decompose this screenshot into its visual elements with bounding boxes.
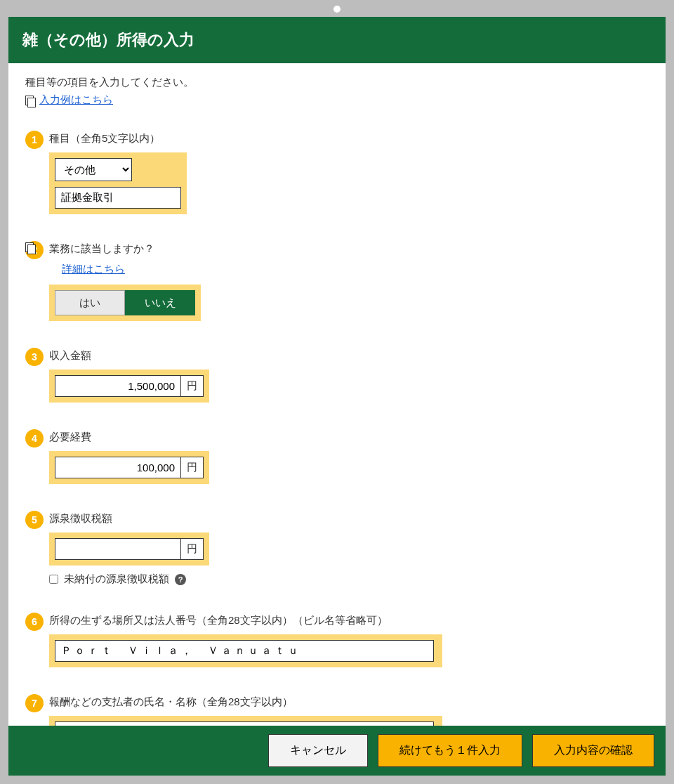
- field-location-highlight: [49, 634, 442, 667]
- field-withholding: 5 源泉徴収税額 円 未納付の源泉徴収税額 ?: [25, 512, 649, 586]
- toggle-yes[interactable]: はい: [55, 290, 125, 315]
- unpaid-withholding-row: 未納付の源泉徴収税額 ?: [49, 573, 649, 586]
- withholding-unit: 円: [181, 538, 204, 560]
- confirm-button[interactable]: 入力内容の確認: [532, 734, 654, 767]
- field-business: 2 業務に該当しますか？ 詳細はこちら はい いいえ: [25, 242, 649, 321]
- example-link[interactable]: 入力例はこちら: [39, 93, 113, 107]
- expense-unit: 円: [181, 457, 204, 478]
- field-withholding-label: 源泉徴収税額: [49, 512, 649, 525]
- field-income-label: 収入金額: [49, 349, 649, 362]
- step-badge-3: 3: [25, 348, 44, 366]
- income-unit: 円: [181, 375, 204, 397]
- field-location-label: 所得の生ずる場所又は法人番号（全角28文字以内）（ビル名等省略可）: [49, 614, 649, 627]
- field-expense: 4 必要経費 円: [25, 431, 649, 484]
- dialog-footer: キャンセル 続けてもう１件入力 入力内容の確認: [8, 726, 666, 776]
- dialog-content: 種目等の項目を入力してください。 入力例はこちら 1 種目（全角5文字以内） そ…: [8, 63, 666, 726]
- pages-icon: [25, 96, 35, 105]
- browser-tab-dot: [333, 6, 341, 13]
- step-badge-7: 7: [25, 694, 44, 712]
- income-input[interactable]: [55, 375, 181, 397]
- payer-input[interactable]: [55, 721, 434, 726]
- field-withholding-highlight: 円: [49, 533, 209, 566]
- help-icon[interactable]: ?: [175, 574, 186, 585]
- withholding-input[interactable]: [55, 538, 181, 560]
- field-expense-label: 必要経費: [49, 431, 649, 444]
- step-badge-5: 5: [25, 511, 44, 529]
- dialog-window: 雑（その他）所得の入力 種目等の項目を入力してください。 入力例はこちら 1 種…: [8, 17, 666, 776]
- example-link-row: 入力例はこちら: [25, 93, 649, 107]
- field-payer-highlight: [49, 716, 442, 726]
- expense-input[interactable]: [55, 457, 181, 478]
- business-toggle: はい いいえ: [55, 290, 195, 315]
- field-income-highlight: 円: [49, 370, 209, 403]
- field-type-highlight: その他: [49, 152, 187, 214]
- toggle-no[interactable]: いいえ: [125, 290, 195, 315]
- dialog-title: 雑（その他）所得の入力: [22, 31, 194, 48]
- location-input[interactable]: [55, 640, 434, 662]
- step-badge-1: 1: [25, 131, 44, 149]
- unpaid-withholding-label: 未納付の源泉徴収税額: [64, 573, 169, 586]
- type-text-input[interactable]: [55, 187, 181, 209]
- field-payer: 7 報酬などの支払者の氏名・名称（全角28文字以内）: [25, 695, 649, 726]
- field-expense-highlight: 円: [49, 451, 209, 484]
- field-business-highlight: はい いいえ: [49, 285, 201, 321]
- field-income: 3 収入金額 円: [25, 349, 649, 403]
- field-payer-label: 報酬などの支払者の氏名・名称（全角28文字以内）: [49, 695, 649, 709]
- cancel-button[interactable]: キャンセル: [268, 734, 368, 767]
- field-type: 1 種目（全角5文字以内） その他: [25, 132, 649, 214]
- add-more-button[interactable]: 続けてもう１件入力: [378, 734, 522, 767]
- step-badge-6: 6: [25, 613, 44, 631]
- dialog-header: 雑（その他）所得の入力: [8, 17, 666, 63]
- step-badge-4: 4: [25, 429, 44, 447]
- unpaid-withholding-checkbox[interactable]: [49, 575, 58, 584]
- field-type-label: 種目（全角5文字以内）: [49, 132, 649, 145]
- field-location: 6 所得の生ずる場所又は法人番号（全角28文字以内）（ビル名等省略可）: [25, 614, 649, 667]
- type-select[interactable]: その他: [55, 158, 132, 181]
- field-business-label: 業務に該当しますか？: [49, 242, 649, 256]
- instruction-text: 種目等の項目を入力してください。: [25, 76, 649, 89]
- business-detail-row: 詳細はこちら: [58, 263, 649, 276]
- business-detail-link[interactable]: 詳細はこちら: [62, 263, 125, 276]
